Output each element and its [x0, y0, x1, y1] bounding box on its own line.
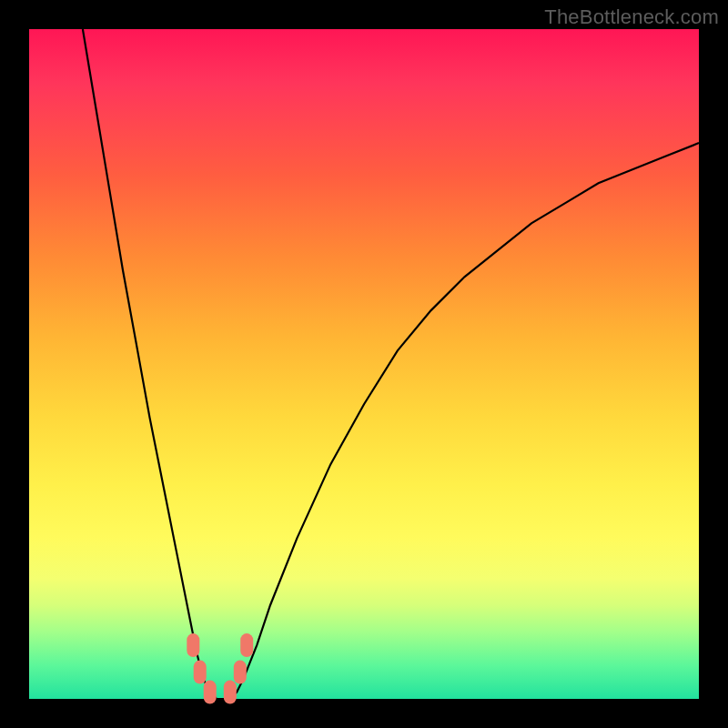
chart-plot-area — [29, 29, 699, 699]
chart-svg — [29, 29, 699, 699]
marker-2 — [204, 681, 217, 704]
marker-1 — [194, 661, 207, 684]
bottleneck-curve — [83, 29, 699, 699]
marker-4 — [234, 661, 247, 684]
marker-0 — [187, 633, 199, 657]
marker-5 — [240, 633, 253, 657]
marker-3 — [224, 681, 237, 704]
chart-frame: TheBottleneck.com — [0, 0, 728, 728]
marker-group — [187, 633, 253, 704]
watermark-text: TheBottleneck.com — [544, 5, 719, 29]
